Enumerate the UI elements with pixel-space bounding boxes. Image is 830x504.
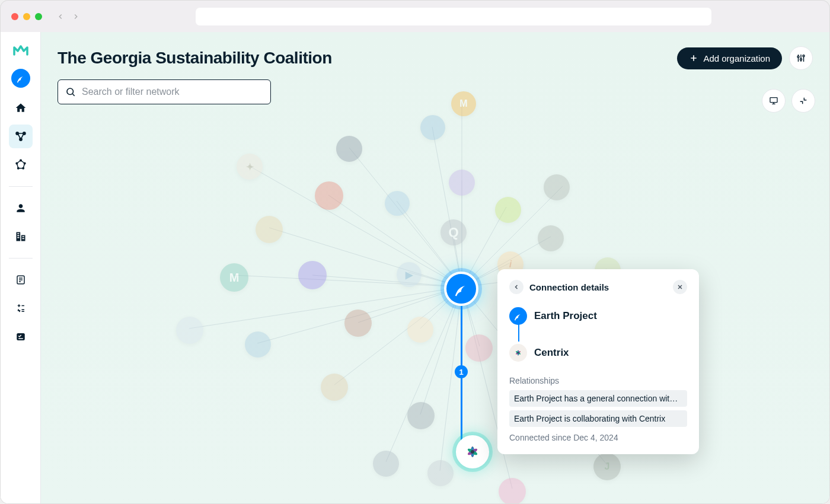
svg-point-70 (471, 450, 474, 454)
relationship-tag[interactable]: Earth Project is collaborating with Cent… (509, 410, 687, 427)
node-jj[interactable]: J (593, 453, 621, 480)
org-a-badge (509, 307, 527, 325)
node-dot[interactable] (176, 317, 203, 344)
node-centrix[interactable] (456, 435, 489, 468)
svg-point-7 (17, 168, 19, 170)
sidebar-divider-2 (9, 258, 33, 259)
node-overlap[interactable] (407, 402, 435, 429)
connection-org-a[interactable]: Earth Project (509, 304, 687, 328)
traffic-lights (11, 13, 42, 20)
nav-groups[interactable] (9, 153, 33, 177)
nav-orgs[interactable] (9, 225, 33, 248)
svg-point-8 (16, 162, 18, 164)
node-leaf2[interactable] (538, 225, 564, 251)
node-antler[interactable]: ✦ (237, 154, 263, 180)
connection-line (518, 324, 519, 342)
popover-back-button[interactable] (509, 280, 523, 294)
nav-reports[interactable] (9, 268, 33, 292)
network-canvas[interactable]: M ✦ Q M ▶ i J (41, 32, 829, 503)
node-mw[interactable]: M (220, 263, 248, 292)
nav-back-icon[interactable] (56, 12, 65, 21)
nav-calc[interactable] (9, 296, 33, 320)
connection-popover: Connection details Earth Project (497, 269, 699, 454)
node-z[interactable] (427, 460, 454, 486)
main-area: The Georgia Sustainability Coalition Add… (41, 32, 829, 503)
svg-point-5 (24, 162, 25, 164)
node-play[interactable]: ▶ (397, 262, 422, 287)
burst-icon (463, 442, 482, 461)
edge-badge[interactable]: 1 (455, 365, 468, 378)
nav-forward-icon[interactable] (72, 12, 80, 21)
node-hex[interactable] (321, 374, 348, 401)
node-ioo[interactable] (298, 261, 327, 289)
svg-line-38 (432, 127, 462, 287)
close-icon (676, 283, 684, 291)
window-minimize[interactable] (23, 13, 30, 20)
node-flower[interactable] (465, 334, 493, 362)
relationship-tag[interactable]: Earth Project has a general connection w… (509, 390, 687, 407)
nav-tasks[interactable] (9, 325, 33, 349)
url-bar[interactable] (196, 8, 711, 25)
sidebar (1, 32, 41, 503)
svg-point-6 (22, 168, 24, 170)
node-q[interactable]: Q (440, 219, 467, 245)
connected-since: Connected since Dec 4, 2024 (509, 433, 687, 442)
svg-rect-21 (17, 333, 25, 340)
nav-people[interactable] (9, 196, 33, 220)
org-b-name: Centrix (534, 347, 569, 359)
popover-close-button[interactable] (673, 280, 687, 294)
node-bird[interactable] (344, 310, 372, 337)
node-donut[interactable] (336, 136, 362, 162)
node-m[interactable]: M (451, 91, 476, 116)
node-earth-project[interactable] (444, 272, 478, 306)
node-jambo[interactable] (495, 197, 521, 223)
nav-home[interactable] (9, 96, 33, 120)
node-cube[interactable] (420, 115, 445, 140)
org-b-badge (509, 344, 527, 362)
node-blob[interactable] (499, 478, 526, 503)
window-close[interactable] (11, 13, 18, 20)
org-a-name: Earth Project (534, 310, 597, 322)
chevron-left-icon (513, 283, 520, 291)
node-hand[interactable] (256, 216, 283, 243)
node-cloud[interactable] (245, 331, 271, 358)
nav-network[interactable] (9, 125, 33, 148)
node-moon[interactable] (373, 451, 399, 477)
browser-chrome (0, 0, 830, 32)
connection-org-b[interactable]: Centrix (509, 340, 687, 365)
node-pg[interactable] (315, 181, 343, 210)
node-peach[interactable] (407, 317, 433, 343)
network-edges-bg (41, 32, 829, 503)
sidebar-divider (9, 186, 33, 187)
svg-line-51 (386, 287, 462, 462)
org-selector[interactable] (11, 69, 30, 88)
svg-marker-3 (17, 161, 24, 168)
svg-point-4 (20, 160, 21, 161)
app-logo[interactable] (12, 42, 30, 59)
svg-line-43 (234, 275, 462, 287)
relationships-label: Relationships (509, 376, 687, 385)
node-stripes[interactable] (544, 174, 570, 200)
node-target[interactable] (449, 170, 475, 196)
popover-title: Connection details (529, 282, 667, 292)
svg-point-79 (518, 352, 519, 354)
burst-icon (512, 347, 524, 359)
svg-line-50 (420, 287, 462, 414)
leaf-icon (513, 311, 523, 321)
window-maximize[interactable] (35, 13, 42, 20)
leaf-icon (452, 280, 470, 298)
node-layers[interactable] (385, 191, 410, 216)
